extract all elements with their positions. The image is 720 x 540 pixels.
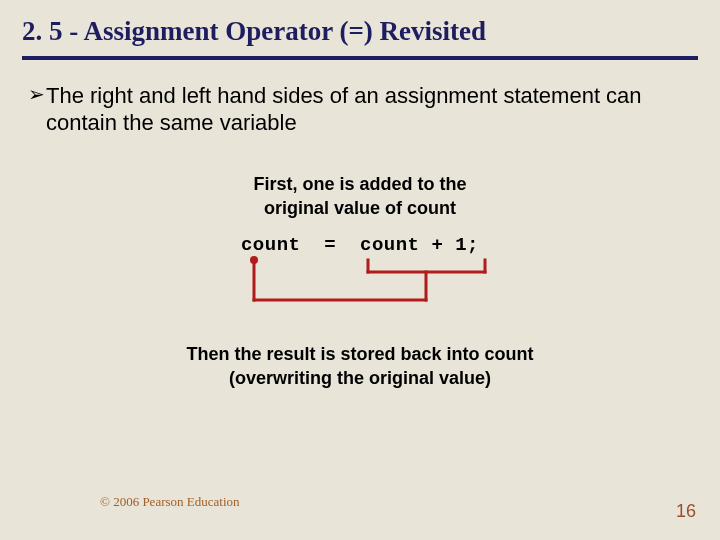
slide: 2. 5 - Assignment Operator (=) Revisited… — [0, 0, 720, 540]
annotation-first-line2: original value of count — [264, 198, 456, 218]
arrow-diagram — [0, 0, 720, 540]
annotation-first: First, one is added to the original valu… — [0, 172, 720, 220]
svg-point-6 — [250, 256, 258, 264]
annotation-then-line1: Then the result is stored back into coun… — [186, 344, 533, 364]
copyright-text: © 2006 Pearson Education — [100, 494, 240, 510]
bullet-arrow-icon: ➢ — [28, 82, 46, 107]
annotation-first-line1: First, one is added to the — [253, 174, 466, 194]
bullet-item: ➢ The right and left hand sides of an as… — [28, 82, 690, 136]
code-expression: count = count + 1; — [0, 234, 720, 256]
title-underline — [22, 56, 698, 60]
annotation-then-line2: (overwriting the original value) — [229, 368, 491, 388]
page-number: 16 — [676, 501, 696, 522]
annotation-then: Then the result is stored back into coun… — [0, 342, 720, 390]
slide-title: 2. 5 - Assignment Operator (=) Revisited — [22, 16, 486, 47]
bullet-text: The right and left hand sides of an assi… — [46, 82, 690, 136]
